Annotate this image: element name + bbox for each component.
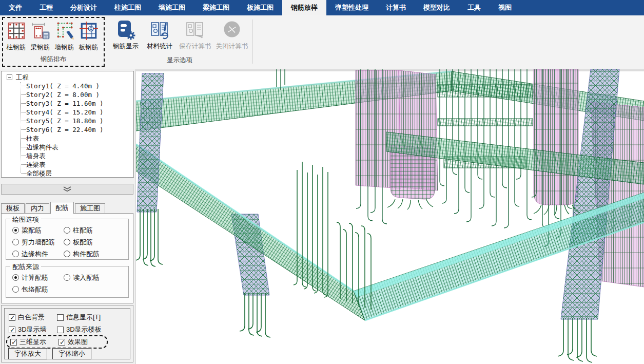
display-settings-groupbox: 白色背景 信息显示[T] 3D显示墙 3D显示楼板 — [4, 308, 130, 359]
radio-indicator — [64, 227, 70, 234]
collapse-panel-button[interactable] — [1, 184, 133, 195]
font-shrink-button[interactable]: 字体缩小 — [52, 348, 91, 359]
ribbon-divider — [252, 20, 253, 64]
radio-indicator — [64, 251, 70, 257]
checkbox-white-background[interactable]: 白色背景 — [9, 313, 57, 322]
ribbon-group-caption: 钢筋排布 — [3, 55, 104, 64]
menu-item-model-compare[interactable]: 模型对比 — [415, 0, 459, 15]
menu-item-calc-report[interactable]: 计算书 — [377, 0, 415, 15]
left-sidebar: 工程 Story1( Z = 4.40m ) Story2( Z = 8.00m… — [0, 69, 136, 364]
checkbox-3d-display[interactable]: 三维显示 — [10, 337, 58, 347]
menu-item-view[interactable]: 视图 — [490, 0, 520, 15]
display-settings-panel: 白色背景 信息显示[T] 3D显示墙 3D显示楼板 — [1, 305, 133, 362]
tree-root-project[interactable]: 工程 — [2, 73, 133, 82]
radio-member-rebar[interactable]: 构件配筋 — [64, 248, 128, 260]
tab-construction-drawing[interactable]: 施工图 — [75, 203, 105, 214]
option-tabs: 模板 内力 配筋 施工图 — [1, 202, 106, 214]
slab-rebar-icon — [79, 21, 99, 41]
story-tree: 工程 Story1( Z = 4.40m ) Story2( Z = 8.00m… — [1, 71, 134, 178]
draw-options-groupbox: 绘图选项 梁配筋 柱配筋 剪力墙配筋 — [6, 219, 129, 260]
radio-indicator — [12, 274, 19, 281]
ribbon-group-rebar-layout: 柱钢筋 梁钢筋 — [2, 17, 105, 67]
menu-item-column-drawing[interactable]: 柱施工图 — [106, 0, 150, 15]
radio-calculated-rebar[interactable]: 计算配筋 — [12, 272, 64, 283]
tree-item-column-table[interactable]: 柱表 — [2, 134, 133, 143]
radio-edge-member[interactable]: 边缘构件 — [12, 248, 64, 260]
checkbox-indicator — [58, 339, 65, 346]
checkbox-3d-walls[interactable]: 3D显示墙 — [9, 325, 57, 334]
ribbon-group-display-options: 钢筋显示 材料统计 — [108, 17, 251, 67]
checkbox-indicator — [9, 314, 15, 321]
shear-wall-rounded — [534, 69, 578, 205]
slab-rebar-button[interactable]: 板钢筋 — [76, 20, 101, 52]
double-chevron-down-icon — [63, 186, 72, 192]
checkbox-indicator — [57, 327, 64, 333]
tab-internal-force[interactable]: 内力 — [26, 203, 49, 214]
rebar-tab-panel: 绘图选项 梁配筋 柱配筋 剪力墙配筋 — [1, 213, 133, 303]
wall-rebar-icon — [54, 21, 75, 41]
ribbon-toolbar: 柱钢筋 梁钢筋 — [0, 15, 644, 69]
save-report-button: 保存计算书 — [177, 18, 213, 51]
menu-item-analysis-design[interactable]: 分析设计 — [62, 0, 106, 15]
checkbox-render-view[interactable]: 效果图 — [58, 337, 88, 347]
tree-item-edge-member-table[interactable]: 边缘构件表 — [2, 143, 133, 151]
material-statistics-icon — [149, 20, 170, 40]
radio-indicator — [64, 239, 70, 245]
tab-rebar-active[interactable]: 配筋 — [50, 202, 74, 214]
radio-column-rebar[interactable]: 柱配筋 — [64, 224, 128, 236]
checkbox-info-display[interactable]: 信息显示[T] — [57, 313, 101, 322]
font-enlarge-button[interactable]: 字体放大 — [8, 348, 47, 359]
menu-item-rebar-detailing-active[interactable]: 钢筋放样 — [282, 0, 326, 15]
menu-item-elastoplastic[interactable]: 弹塑性处理 — [326, 0, 377, 15]
menu-item-project[interactable]: 工程 — [31, 0, 62, 15]
highlighted-checkbox-row: 三维显示 效果图 — [6, 335, 108, 349]
checkbox-indicator — [10, 339, 17, 346]
app-window: 文件 工程 分析设计 柱施工图 墙施工图 梁施工图 板施工图 钢筋放样 弹塑性处… — [0, 0, 644, 364]
3d-model-canvas[interactable] — [136, 69, 644, 364]
tab-template[interactable]: 模板 — [1, 203, 25, 214]
tree-item-story6[interactable]: Story6( Z = 22.40m ) — [2, 125, 133, 134]
close-report-icon — [222, 20, 242, 40]
menu-bar: 文件 工程 分析设计 柱施工图 墙施工图 梁施工图 板施工图 钢筋放样 弹塑性处… — [0, 0, 644, 15]
radio-indicator — [64, 274, 70, 281]
checkbox-3d-slabs[interactable]: 3D显示楼板 — [57, 325, 102, 334]
tree-collapse-box-icon[interactable] — [7, 74, 12, 80]
rebar-display-button[interactable]: 钢筋显示 — [109, 18, 143, 51]
close-report-button: 关闭计算书 — [213, 18, 250, 51]
tree-item-story3[interactable]: Story3( Z = 11.60m ) — [2, 99, 133, 108]
menu-item-wall-drawing[interactable]: 墙施工图 — [150, 0, 194, 15]
beam-rebar-icon — [30, 21, 51, 41]
menu-item-tools[interactable]: 工具 — [459, 0, 490, 15]
tree-item-wall-table[interactable]: 墙身表 — [2, 151, 133, 160]
column-rebar-button[interactable]: 柱钢筋 — [4, 20, 28, 52]
radio-beam-rebar[interactable]: 梁配筋 — [12, 224, 64, 236]
tree-item-story4[interactable]: Story4( Z = 15.20m ) — [2, 108, 133, 117]
radio-indicator — [12, 251, 19, 257]
radio-indicator — [12, 227, 19, 234]
radio-envelope-rebar[interactable]: 包络配筋 — [12, 283, 64, 295]
radio-slab-rebar[interactable]: 板配筋 — [64, 236, 128, 248]
wall-rebar-button[interactable]: 墙钢筋 — [52, 20, 76, 52]
menu-item-beam-drawing[interactable]: 梁施工图 — [194, 0, 238, 15]
save-report-icon — [185, 20, 205, 40]
tree-item-all-stories[interactable]: 全部楼层 — [2, 169, 133, 178]
tree-item-story2[interactable]: Story2( Z = 8.00m ) — [2, 90, 133, 99]
checkbox-indicator — [9, 327, 15, 333]
column-rebar-icon — [6, 21, 27, 41]
menu-item-file[interactable]: 文件 — [0, 0, 31, 15]
radio-indicator — [12, 239, 19, 245]
tree-item-coupling-beam-table[interactable]: 连梁表 — [2, 160, 133, 169]
beam-rebar-button[interactable]: 梁钢筋 — [28, 20, 52, 52]
menu-item-slab-drawing[interactable]: 板施工图 — [238, 0, 282, 15]
radio-shearwall-rebar[interactable]: 剪力墙配筋 — [12, 236, 64, 248]
3d-viewport — [136, 69, 644, 364]
tree-item-story1[interactable]: Story1( Z = 4.40m ) — [2, 82, 133, 90]
material-statistics-button[interactable]: 材料统计 — [143, 18, 177, 51]
rebar-source-groupbox: 配筋来源 计算配筋 读入配筋 包络配筋 — [6, 266, 129, 298]
radio-indicator — [12, 286, 19, 293]
checkbox-indicator — [57, 314, 64, 321]
radio-imported-rebar[interactable]: 读入配筋 — [64, 272, 128, 283]
ribbon-group-caption: 显示选项 — [108, 56, 251, 65]
rebar-display-icon — [115, 20, 136, 40]
tree-item-story5[interactable]: Story5( Z = 18.80m ) — [2, 117, 133, 125]
